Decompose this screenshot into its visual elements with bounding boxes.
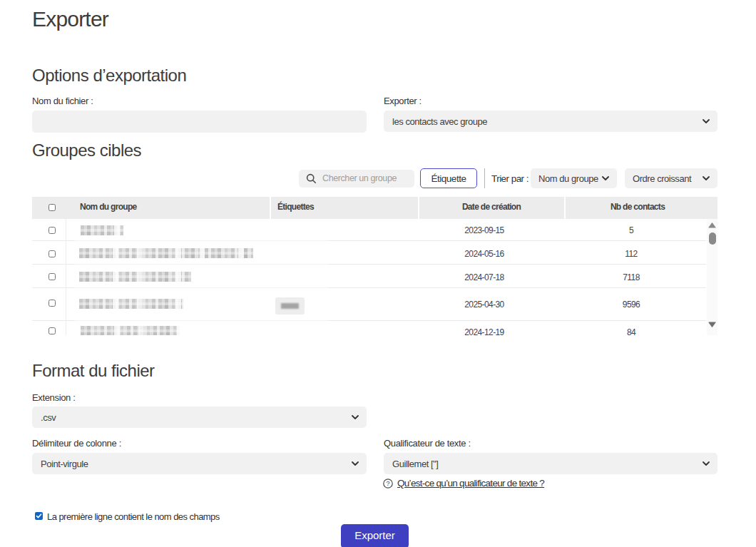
svg-text:?: ? bbox=[386, 479, 389, 487]
